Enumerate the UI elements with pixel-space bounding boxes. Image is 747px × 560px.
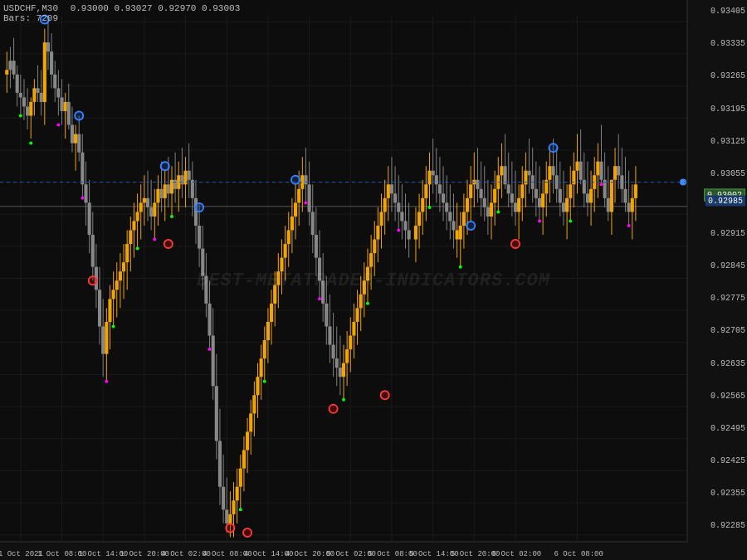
chart-container: USDCHF,M30 0.93000 0.93027 0.92970 0.930… (0, 0, 747, 560)
chart-canvas (0, 0, 747, 560)
